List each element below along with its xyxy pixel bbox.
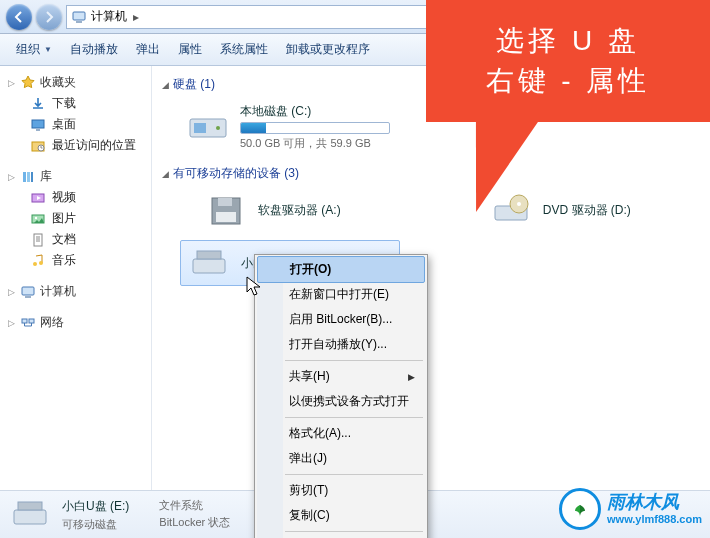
video-icon bbox=[30, 190, 46, 206]
svg-rect-15 bbox=[22, 287, 34, 295]
breadcrumb-location: 计算机 bbox=[91, 8, 127, 25]
downloads-icon bbox=[30, 96, 46, 112]
drive-name: 本地磁盘 (C:) bbox=[240, 103, 390, 120]
chevron-right-icon: ▷ bbox=[6, 287, 16, 297]
svg-rect-1 bbox=[76, 21, 82, 23]
forward-button[interactable] bbox=[36, 4, 62, 30]
sidebar-item-label: 下载 bbox=[52, 95, 76, 112]
sidebar-item-label: 图片 bbox=[52, 210, 76, 227]
sidebar-item-label: 文档 bbox=[52, 231, 76, 248]
sidebar-item-desktop[interactable]: 桌面 bbox=[2, 114, 151, 135]
ctx-copy[interactable]: 复制(C) bbox=[257, 503, 425, 528]
separator bbox=[285, 531, 423, 532]
chevron-right-icon: ▷ bbox=[6, 318, 16, 328]
svg-rect-16 bbox=[25, 296, 31, 298]
separator bbox=[285, 360, 423, 361]
recent-icon bbox=[30, 138, 46, 154]
category-removable[interactable]: ◢ 有可移动存储的设备 (3) bbox=[162, 165, 700, 182]
toolbar-eject[interactable]: 弹出 bbox=[128, 37, 168, 62]
breadcrumb-separator: ▸ bbox=[131, 10, 141, 24]
svg-rect-18 bbox=[29, 319, 34, 323]
chevron-down-icon: ▷ bbox=[6, 172, 16, 182]
sidebar-item-computer[interactable]: ▷ 计算机 bbox=[2, 281, 151, 302]
ctx-share[interactable]: 共享(H)▶ bbox=[257, 364, 425, 389]
computer-icon bbox=[20, 284, 36, 300]
sidebar-item-label: 最近访问的位置 bbox=[52, 137, 136, 154]
sidebar-item-pictures[interactable]: 图片 bbox=[2, 208, 151, 229]
svg-rect-23 bbox=[218, 198, 232, 206]
svg-rect-6 bbox=[23, 172, 26, 182]
separator bbox=[285, 417, 423, 418]
sidebar-item-documents[interactable]: 文档 bbox=[2, 229, 151, 250]
status-subtitle: 可移动磁盘 bbox=[62, 517, 129, 532]
watermark-logo: 雨林木风 www.ylmf888.com bbox=[559, 488, 702, 530]
separator bbox=[285, 474, 423, 475]
ctx-autoplay[interactable]: 打开自动播放(Y)... bbox=[257, 332, 425, 357]
sidebar-item-label: 音乐 bbox=[52, 252, 76, 269]
navigation-pane: ▷ 收藏夹 下载 桌面 最近访问的位置 ▷ 库 bbox=[0, 66, 152, 490]
svg-rect-7 bbox=[27, 172, 30, 182]
drive-name: DVD 驱动器 (D:) bbox=[543, 202, 631, 219]
sidebar-item-label: 桌面 bbox=[52, 116, 76, 133]
svg-point-11 bbox=[35, 216, 37, 218]
status-fs-label: 文件系统 bbox=[159, 498, 230, 513]
capacity-bar bbox=[240, 122, 390, 134]
svg-point-14 bbox=[39, 261, 43, 265]
logo-icon bbox=[559, 488, 601, 530]
ctx-eject[interactable]: 弹出(J) bbox=[257, 446, 425, 471]
floppy-icon bbox=[204, 192, 248, 228]
sidebar-favorites-header[interactable]: ▷ 收藏夹 bbox=[2, 72, 151, 93]
ctx-bitlocker[interactable]: 启用 BitLocker(B)... bbox=[257, 307, 425, 332]
toolbar-autoplay[interactable]: 自动播放 bbox=[62, 37, 126, 62]
annotation-callout: 选择 U 盘 右键 - 属性 bbox=[426, 0, 710, 122]
drive-capacity-text: 50.0 GB 可用，共 59.9 GB bbox=[240, 136, 390, 151]
sidebar-item-videos[interactable]: 视频 bbox=[2, 187, 151, 208]
svg-rect-17 bbox=[22, 319, 27, 323]
svg-point-13 bbox=[33, 262, 37, 266]
drive-name: 软盘驱动器 (A:) bbox=[258, 202, 341, 219]
ctx-portable[interactable]: 以便携式设备方式打开 bbox=[257, 389, 425, 414]
sidebar-item-recent[interactable]: 最近访问的位置 bbox=[2, 135, 151, 156]
hdd-icon bbox=[186, 109, 230, 145]
sidebar-item-downloads[interactable]: 下载 bbox=[2, 93, 151, 114]
sidebar-item-network[interactable]: ▷ 网络 bbox=[2, 312, 151, 333]
svg-rect-8 bbox=[31, 172, 33, 182]
status-bitlocker-label: BitLocker 状态 bbox=[159, 515, 230, 530]
submenu-arrow-icon: ▶ bbox=[408, 372, 415, 382]
toolbar-system-properties[interactable]: 系统属性 bbox=[212, 37, 276, 62]
toolbar-properties[interactable]: 属性 bbox=[170, 37, 210, 62]
callout-line2: 右键 - 属性 bbox=[486, 62, 651, 100]
svg-rect-12 bbox=[34, 234, 42, 246]
svg-rect-29 bbox=[197, 251, 221, 259]
toolbar-organize[interactable]: 组织▼ bbox=[8, 37, 60, 62]
star-icon bbox=[20, 75, 36, 91]
svg-rect-31 bbox=[18, 502, 42, 510]
sidebar-item-label: 视频 bbox=[52, 189, 76, 206]
svg-rect-2 bbox=[32, 120, 44, 128]
status-title: 小白U盘 (E:) bbox=[62, 498, 129, 515]
ctx-format[interactable]: 格式化(A)... bbox=[257, 421, 425, 446]
music-icon bbox=[30, 253, 46, 269]
back-button[interactable] bbox=[6, 4, 32, 30]
sidebar-item-music[interactable]: 音乐 bbox=[2, 250, 151, 271]
svg-rect-28 bbox=[193, 259, 225, 273]
library-icon bbox=[20, 169, 36, 185]
toolbar-uninstall[interactable]: 卸载或更改程序 bbox=[278, 37, 378, 62]
callout-line1: 选择 U 盘 bbox=[496, 22, 640, 60]
collapse-icon: ◢ bbox=[162, 169, 169, 179]
chevron-down-icon: ▷ bbox=[6, 78, 16, 88]
svg-rect-3 bbox=[36, 129, 40, 131]
pictures-icon bbox=[30, 211, 46, 227]
svg-rect-24 bbox=[216, 212, 236, 222]
svg-point-21 bbox=[216, 126, 220, 130]
ctx-cut[interactable]: 剪切(T) bbox=[257, 478, 425, 503]
drive-local-c[interactable]: 本地磁盘 (C:) 50.0 GB 可用，共 59.9 GB bbox=[180, 99, 440, 155]
ctx-open[interactable]: 打开(O) bbox=[257, 256, 425, 283]
svg-rect-20 bbox=[194, 123, 206, 133]
ctx-open-new-window[interactable]: 在新窗口中打开(E) bbox=[257, 282, 425, 307]
sidebar-libraries-header[interactable]: ▷ 库 bbox=[2, 166, 151, 187]
drive-floppy-a[interactable]: 软盘驱动器 (A:) bbox=[198, 188, 435, 232]
svg-rect-30 bbox=[14, 510, 46, 524]
context-menu: 打开(O) 在新窗口中打开(E) 启用 BitLocker(B)... 打开自动… bbox=[254, 254, 428, 538]
watermark-name: 雨林木风 bbox=[607, 493, 702, 513]
